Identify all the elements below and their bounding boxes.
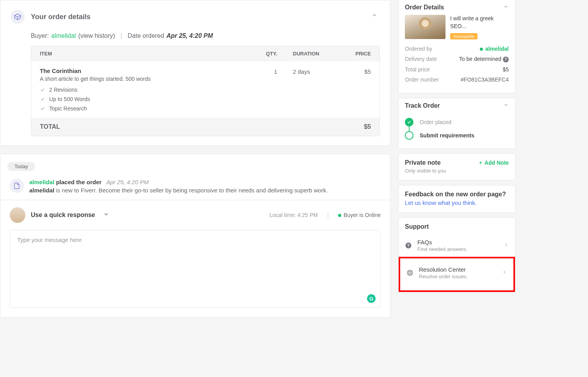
message-input[interactable] [17, 237, 373, 299]
ordered-by-label: Ordered by [405, 46, 432, 52]
document-icon [10, 179, 24, 193]
item-desc: A short article to get things started. 5… [40, 76, 246, 82]
support-resolution-center[interactable]: Resolution Center Resolve order issues. [406, 266, 507, 279]
buyer-info-row: Buyer: almelidal (view history) | Date o… [31, 32, 380, 39]
help-icon[interactable]: ? [503, 57, 509, 62]
table-header: ITEM QTY. DURATION PRICE [31, 46, 380, 61]
gig-title[interactable]: I will write a greek SEO... [450, 15, 509, 30]
resolution-desc: Resolve order issues. [419, 274, 496, 279]
table-total-row: TOTAL $5 [31, 118, 380, 136]
grammarly-icon[interactable]: G [367, 294, 376, 303]
chevron-up-icon[interactable] [503, 4, 509, 11]
online-dot-icon [480, 48, 483, 51]
ordered-by-value[interactable]: almelidal [480, 46, 509, 52]
activity-buyer[interactable]: almelidal [29, 179, 54, 185]
feature-text: Topic Research [49, 105, 87, 112]
feature-item: Topic Research [40, 105, 246, 112]
activity-card: Today almelidal placed the order Apr 25,… [0, 154, 390, 318]
track-step-placed: Order placed [405, 116, 509, 129]
col-price-header: PRICE [332, 51, 371, 57]
lifebuoy-icon [406, 269, 413, 276]
total-value: $5 [332, 123, 371, 130]
track-order-title: Track Order [405, 102, 440, 109]
activity-tip: almelidal is new to Fiverr. Become their… [29, 187, 328, 194]
resolution-title: Resolution Center [419, 266, 496, 273]
sidebar-private-note: Private note Add Note Only visible to yo… [398, 153, 515, 180]
feature-item: 2 Revisions [40, 87, 246, 93]
add-note-button[interactable]: Add Note [478, 160, 509, 166]
col-qty-header: QTY. [246, 51, 277, 57]
faqs-title: FAQs [417, 239, 498, 245]
order-details-header[interactable]: Your order details [11, 10, 380, 24]
order-number-value: #FO81C3A3BEFC4 [461, 76, 509, 83]
quick-response-row: Use a quick response Local time: 4:25 PM… [0, 200, 390, 230]
online-text: Buyer is Online [344, 212, 381, 218]
local-time: Local time: 4:25 PM [269, 212, 318, 218]
delivery-date-label: Delivery date [405, 56, 437, 62]
delivery-date-value: To be determined? [459, 56, 509, 62]
feature-text: Up to 500 Words [49, 96, 90, 102]
online-status: Buyer is Online [338, 212, 381, 219]
gig-thumbnail[interactable] [405, 15, 445, 39]
item-duration: 2 days [277, 68, 332, 112]
check-icon [40, 106, 45, 111]
circle-icon [405, 131, 413, 140]
activity-row: almelidal placed the order Apr 25, 4:20 … [0, 175, 390, 200]
track-step-label: Submit requirements [420, 132, 474, 139]
col-duration-header: DURATION [277, 51, 332, 57]
sidebar-feedback: Feedback on the new order page? Let us k… [398, 185, 515, 213]
order-number-label: Order number [405, 76, 439, 83]
track-step-label: Order placed [420, 119, 451, 125]
activity-tip-buyer: almelidal [29, 187, 54, 194]
chevron-right-icon [503, 242, 509, 249]
sidebar-support: Support ? FAQs Find needed answers. Reso… [398, 217, 515, 292]
status-badge: Incomplete [450, 33, 478, 39]
order-table: ITEM QTY. DURATION PRICE The Corinthian … [31, 46, 380, 136]
resolution-center-highlight: Resolution Center Resolve order issues. [399, 257, 515, 292]
chevron-right-icon [502, 269, 507, 276]
package-icon [11, 10, 25, 24]
add-note-label: Add Note [485, 160, 509, 166]
activity-time: Apr 25, 4:20 PM [106, 179, 148, 185]
message-box: G [10, 230, 381, 308]
chevron-up-icon[interactable] [371, 12, 378, 20]
order-details-title: Your order details [31, 13, 91, 21]
quick-response-button[interactable]: Use a quick response [31, 212, 95, 219]
table-row: The Corinthian A short article to get th… [31, 61, 380, 118]
date-ordered-value: Apr 25, 4:20 PM [166, 32, 213, 39]
today-pill: Today [7, 162, 35, 171]
col-item-header: ITEM [40, 51, 246, 57]
sidebar-order-details-title: Order Details [405, 4, 444, 11]
svg-point-3 [409, 272, 411, 274]
buyer-label: Buyer: [31, 32, 49, 39]
private-note-sub: Only visible to you [405, 168, 509, 174]
check-icon [40, 87, 45, 92]
online-dot-icon [338, 214, 341, 217]
sidebar-track-order: Track Order Order placed Submit requirem… [398, 98, 515, 149]
private-note-title: Private note [405, 159, 441, 166]
total-price-value: $5 [502, 66, 509, 73]
support-faqs[interactable]: ? FAQs Find needed answers. [405, 234, 509, 257]
feedback-title: Feedback on the new order page? [405, 191, 509, 198]
check-circle-icon [405, 118, 413, 126]
view-history-link[interactable]: (view history) [78, 32, 115, 39]
feedback-link[interactable]: Let us know what you think. [405, 199, 509, 206]
item-price: $5 [332, 68, 371, 112]
support-title: Support [405, 223, 429, 230]
item-qty: 1 [246, 68, 277, 112]
chevron-down-icon[interactable] [103, 211, 109, 219]
buyer-name-link[interactable]: almelidal [51, 32, 76, 39]
feature-item: Up to 500 Words [40, 96, 246, 102]
divider: | [327, 212, 329, 219]
order-details-card: Your order details Buyer: almelidal (vie… [0, 0, 390, 146]
track-step-submit: Submit requirements [405, 129, 509, 142]
chevron-down-icon[interactable] [503, 102, 509, 109]
question-circle-icon: ? [405, 242, 412, 249]
check-icon [40, 96, 45, 102]
item-name: The Corinthian [40, 68, 246, 74]
activity-action: placed the order [56, 179, 102, 185]
activity-tip-text: is new to Fiverr. Become their go-to sel… [54, 187, 328, 194]
total-label: TOTAL [40, 123, 332, 130]
divider: | [121, 32, 122, 39]
avatar [10, 207, 25, 223]
